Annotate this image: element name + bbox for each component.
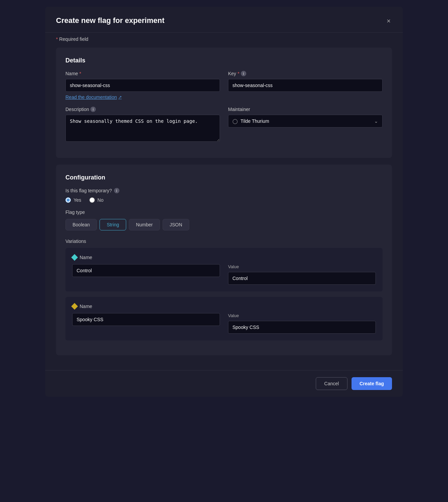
configuration-section: Configuration Is this flag temporary? i … (56, 165, 392, 355)
variation-2-fields: Value (72, 313, 376, 334)
variation-card-1: Name Value (65, 248, 383, 291)
close-button[interactable]: × (385, 16, 392, 26)
description-label: Description i (65, 107, 220, 112)
key-required-star: * (237, 71, 239, 76)
variation-2-value-field: Value (228, 313, 376, 334)
name-label: Name* (65, 71, 220, 76)
description-info-icon: i (90, 107, 96, 112)
variation-1-diamond-icon (71, 254, 78, 261)
key-label: Key* i (228, 71, 383, 76)
description-group: Description i Show seasonally themed CSS… (65, 107, 220, 142)
no-radio-label[interactable]: No (89, 197, 104, 203)
description-textarea[interactable]: Show seasonally themed CSS on the login … (65, 115, 220, 142)
name-required-star: * (79, 71, 81, 76)
flag-type-group: Boolean String Number JSON (65, 219, 383, 230)
cancel-button[interactable]: Cancel (316, 377, 347, 390)
variation-card-2: Name Value (65, 297, 383, 340)
maintainer-select[interactable]: ◯ Tilde Thurium ⌄ (228, 115, 383, 128)
temp-radio-group: Yes No (65, 197, 383, 203)
modal-container: Create new flag for experiment × *Requir… (45, 7, 403, 397)
temp-question-label: Is this flag temporary? i (65, 188, 383, 193)
maintainer-group: Maintainer ◯ Tilde Thurium ⌄ (228, 107, 383, 142)
configuration-title: Configuration (65, 174, 383, 181)
variation-2-value-label: Value (228, 313, 376, 318)
doc-link[interactable]: Read the documentation ↗ (65, 94, 220, 100)
flag-type-string[interactable]: String (100, 219, 126, 230)
required-text: *Required field (56, 36, 88, 42)
variation-1-fields: Value (72, 264, 376, 285)
key-input[interactable] (228, 79, 383, 92)
variation-2-name-header: Name (80, 304, 92, 309)
variation-1-header: Name (72, 255, 376, 260)
variations-label: Variations (65, 239, 383, 244)
variation-2-value-input[interactable] (228, 321, 376, 334)
maintainer-label: Maintainer (228, 107, 383, 112)
external-link-icon: ↗ (118, 95, 122, 100)
flag-type-boolean[interactable]: Boolean (65, 219, 97, 230)
chevron-down-icon: ⌄ (374, 118, 378, 124)
modal-body: Details Name* Read the documentation ↗ K… (45, 48, 403, 370)
modal-header: Create new flag for experiment × (45, 7, 403, 33)
name-key-row: Name* Read the documentation ↗ Key* i (65, 71, 383, 100)
flag-type-json[interactable]: JSON (163, 219, 189, 230)
create-flag-button[interactable]: Create flag (352, 377, 392, 390)
temporary-question-group: Is this flag temporary? i Yes No (65, 188, 383, 203)
variation-2-diamond-icon (71, 303, 78, 310)
flag-type-label: Flag type (65, 210, 383, 215)
variation-2-name-field (72, 313, 220, 334)
details-title: Details (65, 57, 383, 64)
variation-1-value-label: Value (228, 264, 376, 269)
modal-footer: Cancel Create flag (45, 370, 403, 397)
yes-radio[interactable] (65, 197, 71, 203)
variation-2-header: Name (72, 304, 376, 309)
name-input[interactable] (65, 79, 220, 92)
required-note-area: *Required field (45, 33, 403, 48)
variation-1-value-field: Value (228, 264, 376, 285)
variation-1-name-input[interactable] (72, 264, 220, 277)
no-radio[interactable] (89, 197, 95, 203)
details-section: Details Name* Read the documentation ↗ K… (56, 48, 392, 158)
modal-title: Create new flag for experiment (56, 16, 165, 25)
variation-1-name-field (72, 264, 220, 285)
variation-1-name-header: Name (80, 255, 92, 260)
name-group: Name* Read the documentation ↗ (65, 71, 220, 100)
yes-radio-label[interactable]: Yes (65, 197, 81, 203)
temp-info-icon: i (114, 188, 119, 193)
user-icon: ◯ (232, 118, 238, 124)
variation-1-value-input[interactable] (228, 272, 376, 285)
variation-2-name-input[interactable] (72, 313, 220, 326)
flag-type-number[interactable]: Number (129, 219, 160, 230)
desc-maintainer-row: Description i Show seasonally themed CSS… (65, 107, 383, 142)
key-info-icon: i (241, 71, 246, 76)
required-star: * (56, 36, 58, 42)
key-group: Key* i (228, 71, 383, 100)
